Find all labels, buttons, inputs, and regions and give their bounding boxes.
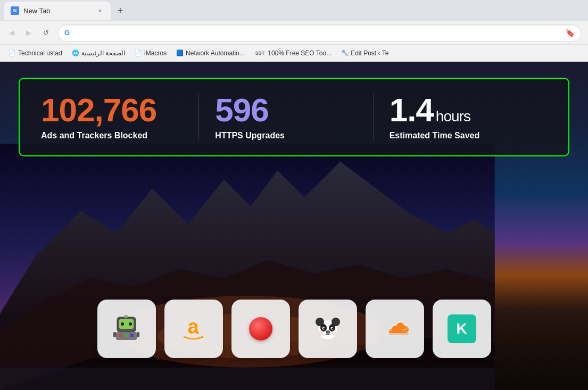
bookmark-item[interactable]: 🌐 الصفحة الرئيسية xyxy=(68,47,129,59)
bookmark-label: iMacros xyxy=(144,49,167,57)
svg-rect-15 xyxy=(125,315,128,318)
toolbar: ◀ ▶ ↺ G 🔖 xyxy=(0,21,588,45)
svg-point-27 xyxy=(323,328,325,329)
imacros-icon xyxy=(111,313,143,345)
ads-blocked-value: 102,766 xyxy=(41,94,156,127)
svg-rect-4 xyxy=(0,368,495,390)
bookmark-item[interactable]: SST 100% Free SEO Too... xyxy=(250,47,336,59)
time-saved-value: 1.4hours xyxy=(390,94,470,127)
bookmark-item[interactable]: 📄 iMacros xyxy=(130,47,171,59)
bookmark-link-icon: 🟦 xyxy=(176,49,184,56)
red-circle xyxy=(249,317,272,341)
svg-point-28 xyxy=(332,328,333,329)
bookmark-label: Technical ustad xyxy=(18,49,62,57)
svg-point-9 xyxy=(121,322,124,326)
bookmarks-bar: 📄 Technical ustad 🌐 الصفحة الرئيسية 📄 iM… xyxy=(0,45,588,62)
app-icon-imacros[interactable] xyxy=(97,300,156,358)
google-logo: G xyxy=(64,29,73,37)
time-saved-label: Estimated Time Saved xyxy=(390,131,480,140)
svg-rect-13 xyxy=(125,334,128,337)
ads-blocked-stat: 102,766 Ads and Trackers Blocked xyxy=(41,94,199,140)
tab-favicon: N xyxy=(11,6,19,15)
bookmark-folder-icon: 📄 xyxy=(9,49,16,56)
ads-blocked-label: Ads and Trackers Blocked xyxy=(41,131,147,140)
app-icon-klarna[interactable]: K xyxy=(433,300,491,358)
bookmark-web-icon: 🌐 xyxy=(72,49,79,56)
back-icon: ◀ xyxy=(9,29,14,37)
cloudflare-icon xyxy=(379,313,411,345)
tab-bar: N New Tab × + xyxy=(0,0,588,21)
tab-close-button[interactable]: × xyxy=(96,6,104,15)
klarna-icon: K xyxy=(446,313,478,345)
svg-rect-17 xyxy=(137,332,139,337)
bookmark-label: Network Automatio... xyxy=(186,49,245,57)
bookmark-label: Edit Post ‹ Te xyxy=(351,49,388,57)
bookmark-folder-icon: 📄 xyxy=(135,49,142,56)
app-icon-amazon[interactable]: a xyxy=(164,300,223,358)
reload-icon: ↺ xyxy=(43,29,49,37)
stats-widget: 102,766 Ads and Trackers Blocked 596 HTT… xyxy=(19,78,569,156)
bookmark-icon[interactable]: 🔖 xyxy=(566,29,575,37)
bookmark-item[interactable]: 🟦 Network Automatio... xyxy=(172,47,249,59)
bookmark-sst-icon: SST xyxy=(254,50,266,56)
bookmark-label: 100% Free SEO Too... xyxy=(268,49,332,57)
active-tab[interactable]: N New Tab × xyxy=(4,2,111,20)
bookmark-item[interactable]: 🔧 Edit Post ‹ Te xyxy=(337,47,393,59)
app-grid: a xyxy=(97,300,491,358)
svg-rect-32 xyxy=(389,333,409,335)
tomato-icon xyxy=(245,313,277,345)
tab-title: New Tab xyxy=(23,7,92,15)
browser-chrome: N New Tab × + ◀ ▶ ↺ G 🔖 📄 Technical usta… xyxy=(0,0,588,62)
app-icon-panda[interactable] xyxy=(299,300,357,358)
https-upgrades-label: HTTPS Upgrades xyxy=(215,131,285,140)
panda-icon xyxy=(312,313,344,345)
amazon-icon: a xyxy=(178,313,210,345)
time-saved-stat: 1.4hours Estimated Time Saved xyxy=(374,94,547,140)
https-upgrades-stat: 596 HTTPS Upgrades xyxy=(199,94,373,140)
svg-rect-16 xyxy=(113,332,116,337)
back-button[interactable]: ◀ xyxy=(4,26,19,40)
reload-button[interactable]: ↺ xyxy=(38,26,53,40)
address-bar[interactable]: G 🔖 xyxy=(57,24,582,42)
page-content: 102,766 Ads and Trackers Blocked 596 HTT… xyxy=(0,62,588,390)
svg-point-29 xyxy=(326,330,330,334)
svg-rect-12 xyxy=(119,334,122,337)
url-input[interactable] xyxy=(77,29,561,37)
app-icon-tomato[interactable] xyxy=(231,300,290,358)
bookmark-label: الصفحة الرئيسية xyxy=(81,49,125,57)
forward-button[interactable]: ▶ xyxy=(21,26,36,40)
app-icon-cloudflare[interactable] xyxy=(366,300,424,358)
forward-icon: ▶ xyxy=(26,29,31,37)
svg-point-31 xyxy=(332,330,337,336)
svg-rect-14 xyxy=(130,334,134,337)
svg-point-10 xyxy=(129,322,132,326)
new-tab-button[interactable]: + xyxy=(113,3,128,18)
https-upgrades-value: 596 xyxy=(215,94,268,127)
bookmark-edit-icon: 🔧 xyxy=(341,49,349,56)
svg-point-30 xyxy=(318,330,324,336)
svg-text:a: a xyxy=(187,316,199,338)
svg-marker-19 xyxy=(202,335,204,338)
bookmark-item[interactable]: 📄 Technical ustad xyxy=(4,47,67,59)
klarna-logo: K xyxy=(448,314,476,343)
